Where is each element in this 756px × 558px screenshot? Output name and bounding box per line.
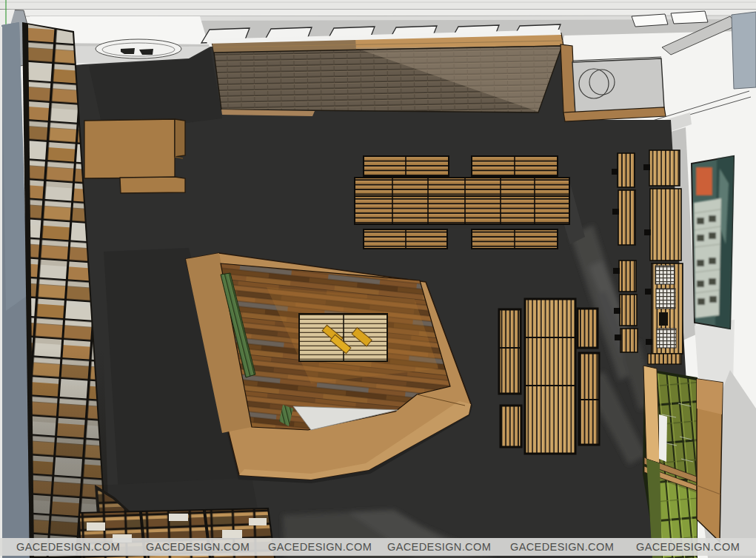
svg-text:GACEDESIGN.COM: GACEDESIGN.COM xyxy=(510,541,614,553)
svg-text:GACEDESIGN.COM: GACEDESIGN.COM xyxy=(387,541,491,553)
svg-text:GACEDESIGN.COM: GACEDESIGN.COM xyxy=(636,541,740,553)
svg-text:GACEDESIGN.COM: GACEDESIGN.COM xyxy=(16,541,120,553)
svg-text:GACEDESIGN.COM: GACEDESIGN.COM xyxy=(268,541,372,553)
svg-text:GACEDESIGN.COM: GACEDESIGN.COM xyxy=(146,541,250,553)
